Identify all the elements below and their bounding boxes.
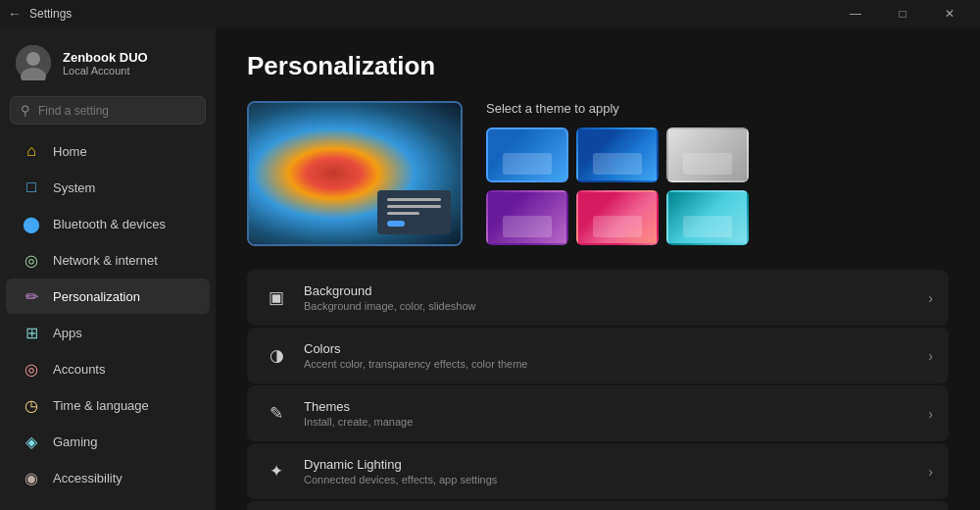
nav-label-time: Time & language	[53, 398, 149, 413]
nav-list: ⌂Home□System⬤Bluetooth & devices◎Network…	[0, 132, 216, 510]
setting-text-dynamic-lighting: Dynamic Lighting Connected devices, effe…	[304, 457, 497, 485]
titlebar-title: Settings	[29, 7, 72, 21]
sidebar: Zenbook DUO Local Account ⚲ ⌂Home□System…	[0, 27, 216, 510]
setting-title-background: Background	[304, 283, 475, 298]
maximize-button[interactable]: □	[880, 0, 925, 27]
content-area: Personalization Sel	[216, 27, 980, 510]
nav-label-personalization: Personalization	[53, 289, 140, 304]
nav-icon-accessibility: ◉	[22, 468, 41, 487]
setting-left-dynamic-lighting: ✦ Dynamic Lighting Connected devices, ef…	[263, 457, 497, 485]
setting-title-colors: Colors	[304, 341, 527, 356]
setting-text-themes: Themes Install, create, manage	[304, 399, 413, 428]
setting-row-background[interactable]: ▣ Background Background image, color, sl…	[247, 270, 949, 326]
sidebar-item-personalization[interactable]: ✏Personalization	[6, 279, 210, 314]
theme-thumb-6[interactable]	[666, 190, 749, 245]
page-title: Personalization	[247, 51, 949, 81]
sidebar-item-apps[interactable]: ⊞Apps	[6, 315, 210, 350]
user-info: Zenbook DUO Local Account	[63, 50, 148, 76]
themes-grid: Select a theme to apply	[486, 101, 949, 246]
theme-thumb-3[interactable]	[666, 128, 749, 182]
sidebar-item-bluetooth[interactable]: ⬤Bluetooth & devices	[6, 206, 210, 241]
search-input[interactable]	[38, 104, 195, 118]
theme-thumb-4[interactable]	[486, 190, 568, 245]
sidebar-item-privacy[interactable]: ●Privacy & security	[6, 496, 210, 510]
close-button[interactable]: ✕	[927, 0, 972, 27]
back-button[interactable]: ←	[8, 6, 22, 22]
window-controls: — □ ✕	[833, 0, 972, 27]
nav-icon-privacy: ●	[22, 504, 41, 510]
nav-icon-home: ⌂	[22, 141, 41, 161]
nav-icon-personalization: ✏	[22, 286, 41, 306]
chevron-icon-colors: ›	[928, 348, 933, 364]
minimize-button[interactable]: —	[833, 0, 878, 27]
search-icon: ⚲	[21, 103, 30, 118]
nav-label-system: System	[53, 180, 95, 195]
theme-mini-win-3	[683, 153, 732, 175]
themes-row-2	[486, 190, 949, 245]
nav-label-bluetooth: Bluetooth & devices	[53, 217, 166, 231]
preview-overlay	[377, 190, 451, 234]
theme-mini-win-5	[593, 216, 642, 237]
user-section: Zenbook DUO Local Account	[0, 35, 216, 96]
nav-label-privacy: Privacy & security	[53, 507, 154, 511]
theme-mini-win-4	[503, 216, 552, 237]
sidebar-item-accounts[interactable]: ◎Accounts	[6, 351, 210, 386]
theme-select-label: Select a theme to apply	[486, 101, 949, 116]
setting-row-dynamic-lighting[interactable]: ✦ Dynamic Lighting Connected devices, ef…	[247, 443, 949, 499]
sidebar-item-accessibility[interactable]: ◉Accessibility	[6, 460, 210, 495]
nav-label-home: Home	[53, 144, 87, 159]
preview-line-1	[387, 198, 441, 201]
nav-icon-bluetooth: ⬤	[22, 214, 41, 233]
setting-left-themes: ✎ Themes Install, create, manage	[263, 399, 413, 428]
sidebar-item-system[interactable]: □System	[6, 170, 210, 205]
preview-line-3	[387, 212, 419, 215]
nav-label-gaming: Gaming	[53, 434, 98, 449]
sidebar-item-time[interactable]: ◷Time & language	[6, 387, 210, 423]
setting-sub-dynamic-lighting: Connected devices, effects, app settings	[304, 474, 497, 485]
preview-background	[249, 103, 461, 244]
theme-mini-win-1	[503, 153, 552, 175]
svg-point-1	[26, 52, 40, 66]
nav-icon-network: ◎	[22, 250, 41, 270]
theme-mini-win-6	[683, 216, 732, 237]
nav-icon-gaming: ◈	[22, 432, 41, 451]
sidebar-item-gaming[interactable]: ◈Gaming	[6, 424, 210, 459]
nav-icon-system: □	[22, 178, 41, 197]
titlebar-left: ← Settings	[8, 6, 72, 22]
chevron-icon-themes: ›	[928, 406, 933, 422]
preview-line-2	[387, 205, 441, 208]
setting-title-dynamic-lighting: Dynamic Lighting	[304, 457, 497, 472]
avatar	[16, 45, 51, 80]
setting-row-themes[interactable]: ✎ Themes Install, create, manage ›	[247, 385, 949, 441]
main-layout: Zenbook DUO Local Account ⚲ ⌂Home□System…	[0, 27, 980, 510]
setting-icon-colors: ◑	[263, 342, 290, 370]
setting-sub-background: Background image, color, slideshow	[304, 300, 475, 312]
user-name: Zenbook DUO	[63, 50, 148, 65]
nav-label-apps: Apps	[53, 326, 82, 340]
nav-label-accounts: Accounts	[53, 362, 105, 377]
setting-row-colors[interactable]: ◑ Colors Accent color, transparency effe…	[247, 328, 949, 383]
titlebar: ← Settings — □ ✕	[0, 0, 980, 27]
theme-preview	[247, 101, 463, 246]
setting-sub-colors: Accent color, transparency effects, colo…	[304, 358, 527, 370]
nav-label-accessibility: Accessibility	[53, 471, 122, 485]
setting-icon-dynamic-lighting: ✦	[263, 458, 290, 485]
setting-row-lock-screen[interactable]: ▭ Lock screen Lock screen images, apps, …	[247, 501, 949, 510]
search-box[interactable]: ⚲	[10, 96, 206, 125]
theme-thumb-5[interactable]	[576, 190, 659, 245]
sidebar-item-network[interactable]: ◎Network & internet	[6, 242, 210, 278]
setting-icon-background: ▣	[263, 284, 290, 312]
chevron-icon-dynamic-lighting: ›	[928, 464, 933, 480]
nav-label-network: Network & internet	[53, 253, 158, 268]
setting-sub-themes: Install, create, manage	[304, 416, 413, 428]
themes-row-1	[486, 128, 949, 182]
sidebar-item-home[interactable]: ⌂Home	[6, 133, 210, 169]
nav-icon-apps: ⊞	[22, 323, 41, 342]
preview-dot	[387, 221, 405, 227]
theme-thumb-2[interactable]	[576, 128, 659, 182]
setting-left-colors: ◑ Colors Accent color, transparency effe…	[263, 341, 527, 370]
nav-icon-time: ◷	[22, 395, 41, 415]
theme-thumb-1[interactable]	[486, 128, 568, 182]
settings-list: ▣ Background Background image, color, sl…	[247, 270, 949, 510]
theme-section: Select a theme to apply	[247, 101, 949, 246]
